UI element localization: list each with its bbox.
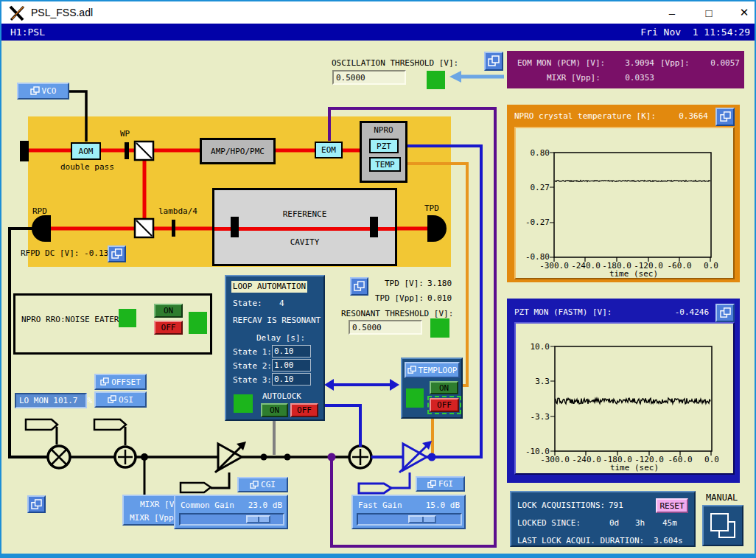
eom-mon-panel: EOM MON (PCM) [V]: 3.9094 [Vpp]: 0.0057 … — [507, 51, 744, 88]
manual-button[interactable] — [702, 505, 743, 546]
loop-automation-blue-wire — [324, 405, 360, 447]
locked-since-days: 0d — [609, 518, 619, 528]
state-value: 4 — [279, 299, 284, 308]
on-label: ON — [439, 383, 449, 393]
eom-label: EOM — [321, 145, 336, 155]
temploop-off-button[interactable]: OFF — [430, 398, 459, 412]
off-label: OFF — [161, 323, 176, 332]
lo-input-tag-icon — [26, 419, 57, 444]
refcav-status: REFCAV IS RESONANT — [233, 315, 321, 325]
offset-button[interactable]: OFFSET — [94, 374, 147, 390]
quarter-waveplate-icon — [172, 220, 175, 237]
cgi-button[interactable]: CGI — [237, 477, 288, 492]
y-tick-label: 0.80 — [522, 148, 550, 158]
state2-label: State 2: — [233, 361, 272, 371]
npro-chart-area: 0.80 0.27 -0.27 -0.80 -300.0 -240.0 -180… — [514, 127, 735, 279]
related-display-button[interactable] — [484, 52, 503, 71]
eom-mon-label: EOM MON (PCM) [V]: — [517, 58, 605, 68]
noise-eater-indicator — [119, 309, 136, 327]
amp-hpo-pmc-label: AMP/HPO/PMC — [211, 147, 265, 156]
osi-button[interactable]: OSI — [94, 391, 147, 408]
amp-hpo-pmc-box: AMP/HPO/PMC — [200, 138, 276, 164]
minimize-button[interactable]: – — [659, 4, 685, 21]
state2-delay-input[interactable] — [272, 359, 311, 372]
vco-aom-wire — [69, 91, 86, 142]
vco-button[interactable]: VCO — [17, 83, 69, 100]
noise-eater-indicator-2 — [189, 312, 207, 334]
reset-button[interactable]: RESET — [656, 498, 688, 513]
fgi-button[interactable]: FGI — [416, 476, 465, 492]
related-display-button[interactable] — [108, 245, 126, 262]
resonant-threshold-input[interactable] — [349, 320, 422, 335]
pzt-chart-value: -0.4246 — [671, 307, 709, 317]
common-gain-slider-track[interactable] — [179, 513, 284, 526]
temploop-on-button[interactable]: ON — [430, 381, 458, 394]
related-display-icon — [250, 481, 259, 489]
state1-label: State 1: — [233, 347, 272, 357]
oscillation-threshold-input[interactable] — [332, 70, 406, 85]
title-bar[interactable]: PSL_FSS.adl – □ ✕ — [1, 1, 755, 24]
eom-vpp-label: [Vpp]: — [660, 58, 690, 68]
double-arrow-icon — [324, 379, 399, 391]
reset-label: RESET — [659, 501, 684, 511]
npro-temp-chart-panel: NPRO crystal temperature [K]: 0.3664 0.8… — [507, 105, 740, 282]
adder-symbol — [349, 446, 371, 468]
eom-vpp-value: 0.0057 — [697, 58, 740, 68]
related-display-icon — [354, 281, 365, 292]
state3-label: State 3: — [233, 375, 272, 385]
tpd-v-value: 3.180 — [427, 279, 452, 288]
temp-label: TEMP — [375, 160, 395, 170]
fast-gain-tag-icon — [359, 472, 410, 493]
y-tick-label: -0.27 — [522, 217, 550, 227]
lo-mon-readout: LO MON 101.7 % — [15, 393, 87, 408]
rpd-photodetector-icon — [32, 215, 51, 242]
cavity-label-2: CAVITY — [214, 237, 395, 247]
x-axis-title: time (sec) — [561, 463, 708, 472]
datetime: Fri Nov 1 11:54:29 — [640, 27, 750, 38]
off-label: OFF — [297, 405, 312, 415]
rfpd-dc-readout: RFPD DC [V]: -0.13 — [21, 248, 108, 258]
offset-input-tag-icon — [94, 419, 126, 445]
common-gain-slider-handle[interactable] — [246, 515, 270, 523]
state3-delay-input[interactable] — [272, 373, 311, 386]
fast-gain-slider-track[interactable] — [357, 513, 462, 526]
noise-eater-on-button[interactable]: ON — [154, 304, 183, 318]
tpd-vpp-value: 0.010 — [427, 293, 452, 303]
fast-gain-value: 15.0 dB — [423, 501, 460, 510]
manual-label: MANUAL — [706, 492, 738, 503]
related-display-button[interactable] — [350, 277, 368, 296]
xorg-logo-icon — [9, 5, 25, 21]
locked-since-minutes: 45m — [662, 518, 677, 528]
temploop-button[interactable]: TEMPLOOP — [405, 362, 460, 378]
x-axis-title: time (sec) — [560, 269, 707, 279]
cavity-beam — [214, 227, 395, 231]
related-display-button[interactable] — [27, 495, 46, 513]
last-lock-duration-label: LAST LOCK ACQUI. DURATION: — [517, 536, 644, 545]
osi-label: OSI — [119, 395, 133, 405]
rpd-label: RPD — [32, 206, 47, 216]
state1-delay-input[interactable] — [272, 345, 311, 358]
related-display-button[interactable] — [715, 304, 735, 322]
npro-label: NPRO — [362, 125, 405, 135]
autolock-on-button[interactable]: ON — [261, 403, 288, 417]
pzt-label: PZT — [377, 142, 391, 151]
cavity-mirror-icon — [370, 217, 378, 237]
oscillation-status-indicator — [427, 71, 445, 89]
mixer-symbol — [48, 446, 70, 468]
npro-chart-value: 0.3664 — [675, 111, 708, 121]
related-display-button[interactable] — [715, 108, 735, 126]
noise-eater-group: NPRO RRO:NOISE EATER ON OFF — [13, 293, 212, 355]
maximize-button[interactable]: □ — [696, 4, 721, 21]
blue-junction-dot — [428, 453, 436, 461]
fast-gain-label: Fast Gain — [358, 501, 402, 510]
related-display-icon — [30, 86, 40, 96]
locked-since-hours: 3h — [635, 518, 645, 528]
autolock-off-button[interactable]: OFF — [290, 403, 318, 417]
fast-gain-slider-handle[interactable] — [408, 515, 436, 523]
waveplate-icon — [125, 142, 129, 159]
on-label: ON — [164, 306, 173, 315]
noise-eater-off-button[interactable]: OFF — [154, 321, 183, 335]
noise-eater-label: NPRO RRO:NOISE EATER — [21, 315, 119, 324]
close-button[interactable]: ✕ — [732, 4, 756, 21]
tpd-v-label: TPD [V]: — [385, 279, 424, 288]
